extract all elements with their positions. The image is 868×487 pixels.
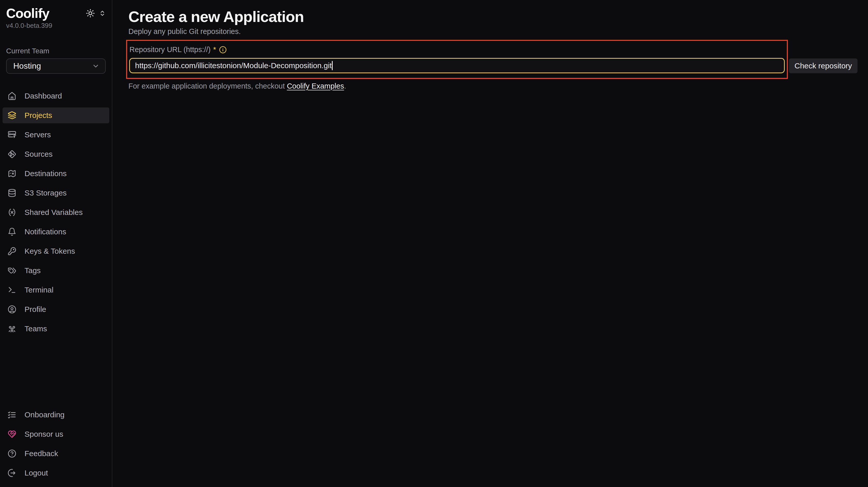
layers-icon [8,111,16,120]
info-icon[interactable] [219,46,227,54]
sidebar-item-terminal[interactable]: Terminal [3,282,109,298]
repository-label-row: Repository URL (https://) * [129,45,785,55]
app-version: v4.0.0-beta.399 [0,21,112,30]
sidebar-item-keys-tokens[interactable]: Keys & Tokens [3,243,109,259]
sidebar-item-label: Shared Variables [25,208,83,217]
bell-icon [8,227,16,236]
sidebar-item-label: Sources [25,150,53,159]
sidebar-item-label: Projects [25,111,52,120]
team-select[interactable]: Hosting [6,59,106,74]
checklist-icon [8,411,16,419]
variable-icon [8,208,16,217]
sidebar-item-sources[interactable]: Sources [3,146,109,162]
helper-prefix: For example application deployments, che… [128,82,287,90]
text-cursor [332,61,333,70]
sidebar: Coolify v4.0.0-beta.399 Current Team Hos… [0,0,112,487]
sidebar-item-sponsor-us[interactable]: Sponsor us [3,426,109,442]
check-repository-button[interactable]: Check repository [789,59,858,73]
repository-field-group: Repository URL (https://) * https://gith… [126,40,788,79]
repository-url-label: Repository URL (https://) [129,45,211,55]
database-icon [8,189,16,197]
chevrons-up-down-icon [99,10,106,17]
terminal-icon [8,286,16,294]
sidebar-item-label: Dashboard [25,92,62,100]
sidebar-item-label: Profile [25,305,46,314]
sidebar-item-label: Servers [25,130,51,139]
theme-toggle-button[interactable] [86,9,95,18]
page-title: Create a new Application [128,7,868,26]
key-icon [8,247,16,256]
sidebar-item-profile[interactable]: Profile [3,301,109,317]
sidebar-item-shared-variables[interactable]: Shared Variables [3,204,109,220]
sidebar-item-label: Logout [25,468,48,477]
repository-url-input[interactable]: https://github.com/illicitestonion/Modul… [129,58,785,73]
coolify-examples-link[interactable]: Coolify Examples [287,82,344,90]
sidebar-item-dashboard[interactable]: Dashboard [3,88,109,104]
sidebar-item-feedback[interactable]: Feedback [3,446,109,461]
profile-icon [8,305,16,314]
sidebar-item-label: Keys & Tokens [25,247,75,256]
sidebar-footer-nav: Onboarding Sponsor us Feedback Logout [0,407,112,484]
sun-icon [86,9,95,18]
sidebar-item-label: Teams [25,324,47,333]
sidebar-nav: Dashboard Projects Servers Sources [0,88,112,340]
teams-icon [8,324,16,333]
current-team-label: Current Team [6,46,106,56]
sidebar-item-label: Feedback [25,449,58,458]
repository-url-value: https://github.com/illicitestonion/Modul… [135,61,332,70]
sidebar-item-servers[interactable]: Servers [3,127,109,143]
logout-icon [8,468,16,477]
app-logo: Coolify [6,6,49,21]
helper-text: For example application deployments, che… [128,82,868,90]
sidebar-collapse-button[interactable] [99,10,106,17]
sidebar-item-label: S3 Storages [25,189,67,197]
page-subtitle: Deploy any public Git repositories. [128,27,868,36]
server-icon [8,130,16,139]
sidebar-item-tags[interactable]: Tags [3,263,109,279]
sidebar-item-label: Terminal [25,286,53,294]
helper-suffix: . [344,82,346,90]
app-window: Coolify v4.0.0-beta.399 Current Team Hos… [0,0,868,487]
sidebar-item-label: Notifications [25,227,66,236]
git-source-icon [8,150,16,159]
sidebar-item-label: Onboarding [25,411,65,419]
sidebar-item-s3-storages[interactable]: S3 Storages [3,185,109,201]
tags-icon [8,266,16,275]
help-circle-icon [8,449,16,458]
sidebar-item-destinations[interactable]: Destinations [3,166,109,182]
required-asterisk: * [213,45,216,54]
chevron-down-icon [92,62,99,70]
team-select-value: Hosting [13,61,41,71]
sidebar-spacer [0,340,112,407]
main-content: Create a new Application Deploy any publ… [112,0,868,487]
heart-handshake-icon [8,430,16,439]
sidebar-header: Coolify [0,6,112,21]
sidebar-item-projects[interactable]: Projects [3,107,109,123]
sidebar-item-onboarding[interactable]: Onboarding [3,407,109,423]
sidebar-item-teams[interactable]: Teams [3,321,109,337]
repository-form-row: Repository URL (https://) * https://gith… [126,40,868,79]
sidebar-item-notifications[interactable]: Notifications [3,224,109,240]
sidebar-item-label: Sponsor us [25,430,63,439]
sidebar-item-logout[interactable]: Logout [3,465,109,481]
sidebar-item-label: Destinations [25,169,67,178]
map-icon [8,169,16,178]
sidebar-item-label: Tags [25,266,40,275]
home-icon [8,92,16,100]
